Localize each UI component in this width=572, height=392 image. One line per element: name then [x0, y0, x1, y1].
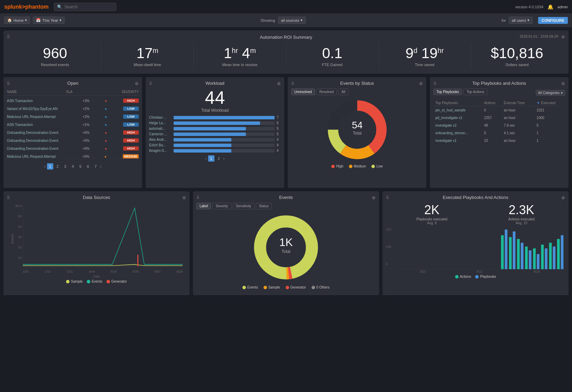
bar-row: Ibragim G... 4 [149, 149, 281, 153]
playbook-name[interactable]: pd_investigate v1 [434, 115, 482, 121]
events-tab-severity[interactable]: Severity [212, 203, 231, 209]
open-panel: ⠿ Open ⚙ Name SLA SEVERITY ASN Transacti… [3, 77, 142, 188]
events-status-gear-icon[interactable]: ⚙ [419, 81, 423, 86]
table-row: Onboarding Demonstration Event +0% ●HIGH [7, 145, 139, 153]
page-5[interactable]: 5 [77, 163, 84, 170]
users-dropdown[interactable]: all users ▾ [509, 17, 533, 24]
exec-stats: 2K Playbooks executed Avg. 8 2.3K Action… [386, 203, 565, 225]
row-name[interactable]: Malicious URL Request Attempt [7, 155, 62, 158]
page-1[interactable]: 1 [47, 163, 53, 170]
next-page-arrow[interactable]: › [100, 164, 102, 168]
playbook-name[interactable]: investigate v2 [434, 122, 482, 129]
configure-button[interactable]: CONFIGURE [538, 17, 568, 24]
playbook-executed: 1 [535, 137, 564, 144]
events-grid-icon[interactable]: ⠿ [196, 195, 200, 200]
executed-grid-icon[interactable]: ⠿ [386, 195, 389, 200]
data-sources-gear-icon[interactable]: ⚙ [182, 195, 186, 200]
tab-unresolved[interactable]: Unresolved [291, 89, 315, 95]
workload-next[interactable]: › [223, 156, 225, 161]
row-name[interactable]: Variant of Win32/Spy.SpyEye.AN [7, 107, 62, 111]
page-6[interactable]: 6 [85, 163, 91, 170]
workload-page-1[interactable]: 1 [208, 155, 214, 162]
executed-gear-icon[interactable]: ⚙ [561, 195, 565, 200]
open-grid-icon[interactable]: ⠿ [7, 81, 10, 86]
playbook-name[interactable]: onboarding_demon... [434, 130, 482, 137]
severity-dot: ● [104, 155, 107, 158]
bar-fill [174, 138, 231, 142]
open-gear-icon[interactable]: ⚙ [135, 81, 139, 86]
severity-badge: LOW [123, 115, 139, 119]
roi-grid-icon[interactable]: ⠿ [7, 35, 10, 39]
exec-x-811: 8/11 [477, 270, 483, 273]
bar-track [174, 144, 275, 147]
events-tab-sensitivity[interactable]: Sensitivity [233, 203, 255, 209]
workload-grid-icon[interactable]: ⠿ [149, 81, 152, 86]
row-name[interactable]: ASN Transaction [7, 99, 62, 103]
row-sla: +0% [77, 131, 90, 135]
bar-row: Helge Le... 6 [149, 121, 281, 125]
bar-fill [174, 127, 246, 130]
bar-track [174, 121, 275, 125]
admin-link[interactable]: admin [557, 5, 568, 9]
roi-time-saved: 9d 19hr Time saved [379, 43, 471, 70]
tab-all[interactable]: All [338, 89, 348, 95]
page-2[interactable]: 2 [55, 163, 61, 170]
playbooks-grid-icon[interactable]: ⠿ [433, 81, 436, 86]
bar-fill [174, 116, 275, 119]
ds-legend-generator: Generator [107, 280, 127, 283]
category-filter[interactable]: All Categories ▾ [536, 90, 565, 96]
events-tab-label[interactable]: Label [196, 203, 211, 209]
playbooks-gear-icon[interactable]: ⚙ [561, 81, 565, 86]
bar-row: Erlich Ba... 4 [149, 143, 281, 147]
category-label: All Categories [538, 91, 560, 95]
workload-gear-icon[interactable]: ⚙ [277, 81, 281, 86]
year-dropdown[interactable]: 📅 This Year ▾ [33, 17, 65, 24]
users-chevron-icon: ▾ [527, 18, 529, 22]
row-name[interactable]: Malicious URL Request Attempt [7, 115, 62, 119]
workload-prev[interactable]: ‹ [205, 156, 207, 161]
events-tab-status[interactable]: Status [256, 203, 272, 209]
home-dropdown[interactable]: 🏠 Home ▾ [4, 17, 30, 24]
row-name[interactable]: Onboarding Demonstration Event [7, 139, 62, 143]
prev-page-arrow[interactable]: ‹ [44, 164, 46, 168]
playbook-name[interactable]: pin_to_hud_sample [434, 107, 482, 114]
page-7[interactable]: 7 [93, 163, 99, 170]
bar-name: Cameron ... [149, 132, 172, 136]
exec-stat-actions: 2.3K Actions executed Avg. 10 [508, 203, 535, 225]
workload-total: 44 Total Workload [149, 89, 281, 113]
workload-panel-header: Workload [149, 81, 281, 86]
playbook-actions: 2257 [483, 115, 502, 121]
bar-value: 4 [277, 143, 281, 147]
year-label: This Year [42, 18, 58, 22]
tab-resolved[interactable]: Resolved [316, 89, 337, 95]
row-name[interactable]: ASN Transaction [7, 123, 62, 127]
exec-x-labels: 3/22 8/11 8/29 [394, 270, 565, 273]
roi-gear-icon[interactable]: ⚙ [561, 35, 565, 39]
open-pagination: ‹ 1 2 3 4 5 6 7 › [7, 163, 139, 170]
bar-value: 5 [277, 132, 281, 136]
playbook-row: pd_investigate v1 2257 an hour 1000 [434, 115, 564, 121]
bell-icon[interactable]: 🔔 [547, 4, 553, 10]
search-box[interactable]: 🔍 [54, 3, 116, 11]
x-829: 8/29 [176, 270, 183, 273]
row-name[interactable]: Onboarding Demonstration Event [7, 147, 62, 151]
sources-dropdown[interactable]: all sources ▾ [278, 17, 306, 24]
events-gear-icon[interactable]: ⚙ [372, 195, 376, 200]
exec-chart-svg [394, 228, 565, 269]
playbook-actions: 10 [483, 137, 502, 144]
tab-top-playbooks[interactable]: Top Playbooks [433, 89, 462, 95]
search-input[interactable] [64, 4, 113, 9]
executed-title: Executed Playbooks And Actions [443, 195, 508, 200]
roi-dwell-label: Mean dwell time [103, 63, 192, 67]
events-status-grid-icon[interactable]: ⠿ [291, 81, 294, 86]
exec-legend-playbooks: Playbooks [475, 275, 496, 279]
data-sources-grid-icon[interactable]: ⠿ [7, 195, 10, 200]
page-4[interactable]: 4 [70, 163, 76, 170]
playbook-name[interactable]: investigate v1 [434, 137, 482, 144]
workload-page-2[interactable]: 2 [216, 155, 222, 162]
tab-top-actions[interactable]: Top Actions [463, 89, 487, 95]
row-name[interactable]: Onboarding Demonstration Event [7, 131, 62, 135]
page-3[interactable]: 3 [62, 163, 68, 170]
ds-dot-sample [66, 280, 70, 283]
roi-fte: 0.1 FTE Gained [286, 43, 379, 70]
